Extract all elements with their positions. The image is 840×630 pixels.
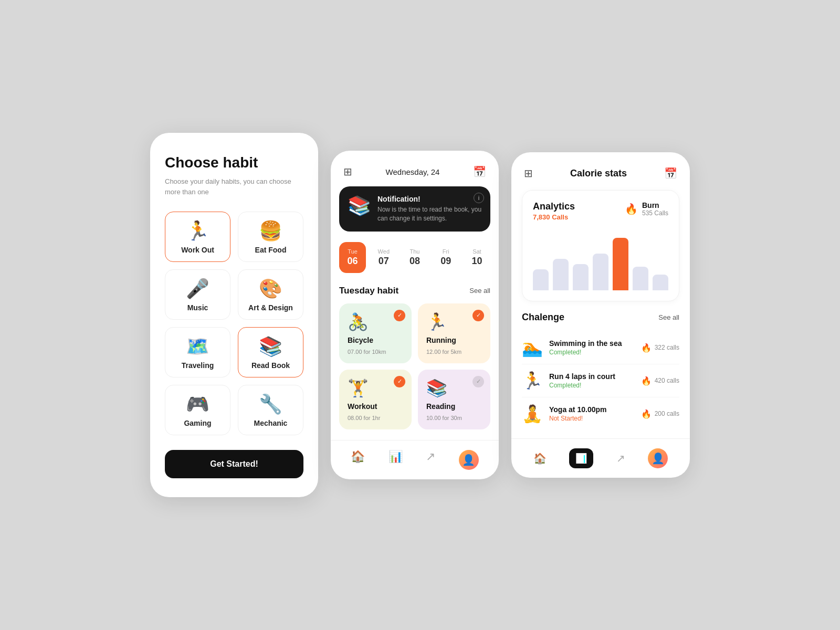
analytics-top: Analytics 7,830 Calls 🔥 Burn 535 Calls <box>533 201 668 229</box>
day-strip: Tue 06 Wed 07 Thu 08 Fri 09 Sat 10 <box>331 242 499 273</box>
notif-emoji: 📚 <box>348 195 371 217</box>
challenge-see-all[interactable]: See all <box>658 313 679 321</box>
activity-detail-2: 08.00 for 1hr <box>348 415 403 421</box>
habit-card-mechanic[interactable]: 🔧 Mechanic <box>238 385 303 435</box>
tracker-date: Wednesday, 24 <box>386 167 440 176</box>
fire-icon-1: 🔥 <box>641 376 652 386</box>
analytics-left: Analytics 7,830 Calls <box>533 201 575 229</box>
habit-card-gaming[interactable]: 🎮 Gaming <box>165 385 230 435</box>
day-num-07: 07 <box>379 256 389 267</box>
habit-label-workout: Work Out <box>181 246 214 254</box>
challenge-name-1: Run 4 laps in court <box>549 372 635 381</box>
bar-0 <box>533 269 549 290</box>
calendar-icon-stats[interactable]: 📅 <box>664 167 677 180</box>
bar-1 <box>553 259 569 290</box>
habit-emoji-music: 🎤 <box>186 279 209 298</box>
habit-emoji-gaming: 🎮 <box>186 395 209 414</box>
notif-title: Notification! <box>377 195 482 203</box>
bar-3 <box>593 254 608 290</box>
habit-section-title: Tuesday habit <box>339 286 398 296</box>
check-badge-0: ✓ <box>394 310 405 321</box>
page-subtitle: Choose your daily habits, you can choose… <box>165 176 303 197</box>
day-num-09: 09 <box>440 256 451 267</box>
activity-grid: ✓ 🚴 Bicycle 07.00 for 10km ✓ 🏃 Running 1… <box>339 303 490 429</box>
analytics-calls: 7,830 Calls <box>533 213 575 221</box>
habit-card-traveling[interactable]: 🗺️ Traveling <box>165 327 230 377</box>
challenge-name-2: Yoga at 10.00pm <box>549 405 635 414</box>
habit-card-eatfood[interactable]: 🍔 Eat Food <box>238 212 303 262</box>
see-all-button[interactable]: See all <box>469 287 490 295</box>
activity-detail-0: 07.00 for 10km <box>348 349 403 355</box>
notification-card: 📚 Notification! Now is the time to read … <box>339 186 490 232</box>
activity-detail-1: 12.00 for 5km <box>426 349 482 355</box>
stats-title: Calorie stats <box>570 168 627 179</box>
habit-card-readbook[interactable]: 📚 Read Book <box>238 327 303 377</box>
challenge-item-2[interactable]: 🧘 Yoga at 10.00pm Not Started! 🔥 200 cal… <box>522 397 679 430</box>
habit-label-readbook: Read Book <box>251 361 290 370</box>
chart-stats-nav-active[interactable]: 📊 <box>569 448 593 468</box>
day-item-06[interactable]: Tue 06 <box>339 242 366 273</box>
burn-label: Burn <box>642 201 668 209</box>
fire-icon: 🔥 <box>625 203 638 215</box>
activity-card-3[interactable]: ✓ 📚 Reading 10.00 for 30m <box>418 370 490 429</box>
info-icon[interactable]: i <box>474 193 484 203</box>
day-name-06: Tue <box>348 248 358 255</box>
bar-chart <box>533 238 668 290</box>
challenge-avatar-0: 🏊 <box>522 338 543 358</box>
challenge-item-1[interactable]: 🏃 Run 4 laps in court Completed! 🔥 420 c… <box>522 364 679 397</box>
grid-icon[interactable]: ⊞ <box>343 165 352 178</box>
habit-emoji-eatfood: 🍔 <box>259 222 282 240</box>
get-started-button[interactable]: Get Started! <box>165 450 303 478</box>
chart-nav-icon[interactable]: 📊 <box>388 450 403 470</box>
habit-card-workout[interactable]: 🏃 Work Out <box>165 212 230 262</box>
activity-name-3: Reading <box>426 402 482 411</box>
activity-name-2: Workout <box>348 402 403 411</box>
challenge-calls-2: 200 calls <box>655 410 679 417</box>
day-item-10[interactable]: Sat 10 <box>464 242 490 273</box>
challenge-calls-0: 322 calls <box>655 344 679 351</box>
habit-label-artdesign: Art & Design <box>248 303 293 312</box>
burn-calls: 535 Calls <box>642 209 668 217</box>
day-name-09: Fri <box>443 248 449 255</box>
habit-label-eatfood: Eat Food <box>255 246 287 254</box>
habit-tracker-screen: ⊞ Wednesday, 24 📅 📚 Notification! Now is… <box>331 151 499 479</box>
check-badge-1: ✓ <box>472 310 484 321</box>
challenge-avatar-2: 🧘 <box>522 404 543 424</box>
challenge-list: 🏊 Swimming in the sea Completed! 🔥 322 c… <box>522 331 679 430</box>
grid-icon-stats[interactable]: ⊞ <box>524 167 533 180</box>
stats-header: ⊞ Calorie stats 📅 <box>511 152 690 190</box>
activity-card-0[interactable]: ✓ 🚴 Bicycle 07.00 for 10km <box>339 303 412 363</box>
user-avatar-stats[interactable]: 👤 <box>648 448 668 468</box>
fire-icon-2: 🔥 <box>641 409 652 419</box>
arrow-nav-icon[interactable]: ↗ <box>426 450 435 470</box>
check-badge-2: ✓ <box>394 376 405 387</box>
notification-text: Notification! Now is the time to read th… <box>377 195 482 223</box>
habit-label-gaming: Gaming <box>184 419 211 427</box>
notif-body: Now is the time to read the book, you ca… <box>377 205 482 223</box>
challenge-title: Chalenge <box>522 312 564 323</box>
habit-label-music: Music <box>187 303 208 312</box>
choose-habit-screen: Choose habit Choose your daily habits, y… <box>150 133 318 498</box>
day-name-08: Thu <box>410 248 420 255</box>
day-num-10: 10 <box>471 256 482 267</box>
challenge-avatar-1: 🏃 <box>522 371 543 391</box>
home-stats-nav[interactable]: 🏠 <box>533 452 547 465</box>
habit-emoji-mechanic: 🔧 <box>259 395 282 414</box>
arrow-stats-nav[interactable]: ↗ <box>616 452 625 465</box>
habit-section: Tuesday habit See all ✓ 🚴 Bicycle 07.00 … <box>331 286 499 429</box>
activity-card-2[interactable]: ✓ 🏋️ Workout 08.00 for 1hr <box>339 370 412 429</box>
day-num-08: 08 <box>410 256 420 267</box>
day-item-09[interactable]: Fri 09 <box>433 242 459 273</box>
day-item-07[interactable]: Wed 07 <box>370 242 397 273</box>
home-nav-icon[interactable]: 🏠 <box>351 450 365 470</box>
calendar-icon[interactable]: 📅 <box>473 165 486 178</box>
habit-emoji-traveling: 🗺️ <box>186 337 209 356</box>
activity-card-1[interactable]: ✓ 🏃 Running 12.00 for 5km <box>418 303 490 363</box>
habit-card-music[interactable]: 🎤 Music <box>165 269 230 320</box>
user-avatar[interactable]: 👤 <box>459 450 479 470</box>
habit-card-artdesign[interactable]: 🎨 Art & Design <box>238 269 303 320</box>
challenge-right-1: 🔥 420 calls <box>641 376 679 386</box>
challenge-item-0[interactable]: 🏊 Swimming in the sea Completed! 🔥 322 c… <box>522 331 679 364</box>
habit-grid: 🏃 Work Out 🍔 Eat Food 🎤 Music 🎨 Art & De… <box>165 212 303 435</box>
day-item-08[interactable]: Thu 08 <box>401 242 428 273</box>
